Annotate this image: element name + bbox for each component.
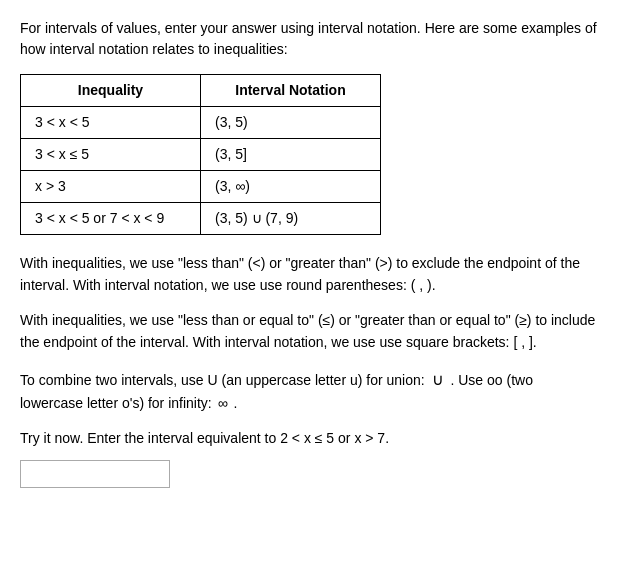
table-cell-notation: (3, ∞) <box>201 171 381 203</box>
table-cell-inequality: 3 < x ≤ 5 <box>21 139 201 171</box>
table-row: x > 3(3, ∞) <box>21 171 381 203</box>
col-inequality-header: Inequality <box>21 75 201 107</box>
try-it-label: Try it now. Enter the interval equivalen… <box>20 428 598 450</box>
table-cell-inequality: 3 < x < 5 or 7 < x < 9 <box>21 203 201 235</box>
intro-text: For intervals of values, enter your answ… <box>20 18 598 60</box>
inequality-table: Inequality Interval Notation 3 < x < 5(3… <box>20 74 381 235</box>
para3-union-symbol: ∪ <box>432 371 444 388</box>
table-row: 3 < x < 5 or 7 < x < 9(3, 5) ∪ (7, 9) <box>21 203 381 235</box>
table-row: 3 < x ≤ 5(3, 5] <box>21 139 381 171</box>
table-cell-notation: (3, 5) ∪ (7, 9) <box>201 203 381 235</box>
table-row: 3 < x < 5(3, 5) <box>21 107 381 139</box>
para3-text-end: . <box>234 395 238 411</box>
para3: To combine two intervals, use U (an uppe… <box>20 368 598 414</box>
para3-infinity-symbol: ∞ <box>218 395 228 411</box>
table-cell-inequality: x > 3 <box>21 171 201 203</box>
table-cell-notation: (3, 5) <box>201 107 381 139</box>
table-cell-inequality: 3 < x < 5 <box>21 107 201 139</box>
para2: With inequalities, we use "less than or … <box>20 310 598 353</box>
para1: With inequalities, we use "less than" (<… <box>20 253 598 296</box>
table-cell-notation: (3, 5] <box>201 139 381 171</box>
answer-input[interactable] <box>20 460 170 488</box>
para3-text-before: To combine two intervals, use U (an uppe… <box>20 372 425 388</box>
col-notation-header: Interval Notation <box>201 75 381 107</box>
